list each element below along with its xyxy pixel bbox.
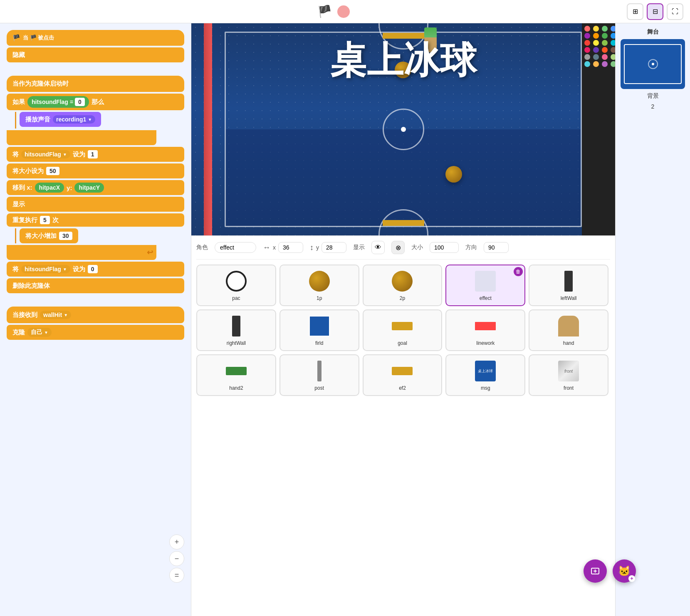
hitsoundflag-var-2-dropdown[interactable]: hitsoundFlag <box>21 265 70 273</box>
layout-view-1-button[interactable]: ⊞ <box>627 3 643 20</box>
effect-delete-button[interactable]: 🗑 <box>514 267 523 276</box>
sprite-card-linework[interactable]: linework <box>445 309 525 351</box>
x-label: x <box>273 244 276 251</box>
sprite-name-input[interactable] <box>215 242 256 253</box>
add-backdrop-button[interactable] <box>584 559 607 583</box>
sprite-grid-scroll[interactable]: pac 1p 2p <box>196 265 610 396</box>
stage-thumbnail[interactable] <box>621 39 685 89</box>
size-input[interactable] <box>430 242 459 253</box>
bg-label: 背景 <box>621 92 685 100</box>
audience-dot <box>593 47 599 53</box>
2p-name: 2p <box>400 295 405 301</box>
audience-dot <box>593 54 599 60</box>
scene-field <box>225 32 582 227</box>
add-icon: + <box>628 575 635 582</box>
audience-dot <box>593 26 599 32</box>
zoom-reset-button[interactable]: = <box>169 568 184 583</box>
sprite-card-leftwall[interactable]: leftWall <box>529 265 608 306</box>
change-size-val: 30 <box>59 232 72 240</box>
show-label: 显示 <box>12 200 25 208</box>
repeat-block: 重复执行 5 次 <box>7 213 184 227</box>
sprite-card-effect[interactable]: 🗑 effect <box>445 265 525 306</box>
if-label: 如果 <box>12 98 25 106</box>
set-label-1: 将 <box>12 151 19 158</box>
set-label-2: 将 <box>12 265 19 273</box>
clone-self-dropdown[interactable]: 自己 <box>27 328 52 337</box>
audience-dot <box>584 40 590 46</box>
audience-dot <box>602 33 608 39</box>
audience-dot <box>611 54 615 60</box>
condition-oval: hitsoundFlag = 0 <box>27 96 89 108</box>
hand2-shape <box>226 367 247 375</box>
ef2-name: ef2 <box>399 385 406 391</box>
audience-dot <box>611 33 615 39</box>
code-panel: 🏴 当 🏴 被点击 隐藏 当作为克隆体启动时 如果 hitsoundFlag =… <box>0 23 191 616</box>
y-arrow-icon: ↕ <box>310 243 314 252</box>
stop-button[interactable] <box>337 5 350 18</box>
goal-top <box>383 33 424 39</box>
hide-visible-button[interactable]: ⊗ <box>391 241 405 254</box>
y-label: y <box>316 244 319 251</box>
repeat-times: 次 <box>52 216 59 224</box>
receive-wallhit-block: 当接收到 wallHit <box>7 307 184 323</box>
receive-label: 当接收到 <box>12 311 37 319</box>
firld-sprite-img <box>307 314 332 339</box>
audience-dot <box>602 54 608 60</box>
repeat-label: 重复执行 <box>12 216 37 224</box>
show-visible-button[interactable]: 👁 <box>371 241 385 254</box>
hand-shape <box>558 316 579 336</box>
stage-canvas: 桌上冰球 <box>191 23 615 235</box>
sprite-card-1p[interactable]: 1p <box>279 265 359 306</box>
hand-sprite <box>424 27 437 52</box>
fullscreen-button[interactable]: ⛶ <box>667 3 683 20</box>
clone-label: 克隆 <box>12 329 25 336</box>
post-name: post <box>314 385 324 391</box>
x-input[interactable] <box>278 242 303 253</box>
when-flag-label: 当 🏴 被点击 <box>23 34 54 42</box>
front-shape: front <box>558 361 579 381</box>
zoom-out-button[interactable]: − <box>169 551 184 566</box>
set-to-label-1: 设为 <box>73 151 85 158</box>
hitsoundflag-var-1-dropdown[interactable]: hitsoundFlag <box>21 150 70 158</box>
sprite-card-2p[interactable]: 2p <box>363 265 443 306</box>
zoom-in-button[interactable]: + <box>169 534 184 549</box>
set-val-2: 0 <box>88 265 98 273</box>
layout-view-2-button[interactable]: ⊟ <box>647 3 663 20</box>
sprite-card-pac[interactable]: pac <box>196 265 276 306</box>
sprite-card-goal[interactable]: goal <box>363 309 443 351</box>
linework-shape <box>475 322 496 330</box>
set-size-block: 将大小设为 50 <box>7 163 184 178</box>
sprite-card-hand2[interactable]: hand2 <box>196 354 276 396</box>
green-flag-button[interactable]: 🏴 <box>317 4 332 19</box>
condition-val: 0 <box>75 98 85 106</box>
set-size-val: 50 <box>46 167 59 175</box>
add-backdrop-icon <box>590 566 600 576</box>
block-group-3: 当接收到 wallHit 克隆 自己 <box>7 307 184 340</box>
wallhit-msg-dropdown[interactable]: wallHit <box>40 311 71 319</box>
thumb-center-circle <box>648 59 658 69</box>
effect-shape <box>475 271 496 292</box>
leftwall-sprite-img <box>556 269 581 294</box>
front-name: front <box>564 385 574 391</box>
sprite-card-hand[interactable]: hand <box>529 309 608 351</box>
sprite-card-msg[interactable]: 桌上冰球 msg <box>445 354 525 396</box>
set-size-label: 将大小设为 <box>12 167 44 175</box>
sprite-card-firld[interactable]: firld <box>279 309 359 351</box>
y-input[interactable] <box>322 242 346 253</box>
right-panel: 舞台 背景 2 <box>615 23 690 616</box>
repeat-close: ↩ <box>7 245 156 260</box>
goal-bottom <box>383 220 424 226</box>
linework-name: linework <box>476 340 495 346</box>
effect-sprite-img <box>473 269 498 294</box>
msg-sprite-img: 桌上冰球 <box>473 359 498 383</box>
front-sprite-img: front <box>556 359 581 383</box>
sprite-card-front[interactable]: front front <box>529 354 608 396</box>
sprite-card-rightwall[interactable]: rightWall <box>196 309 276 351</box>
sprite-card-ef2[interactable]: ef2 <box>363 354 443 396</box>
add-sprite-button[interactable]: 🐱 + <box>613 559 636 583</box>
sprite-card-post[interactable]: post <box>279 354 359 396</box>
linework-sprite-img <box>473 314 498 339</box>
direction-input[interactable] <box>484 242 509 253</box>
sound-name-dropdown[interactable]: recording1 <box>53 115 95 124</box>
scene-right-audience <box>582 23 615 235</box>
